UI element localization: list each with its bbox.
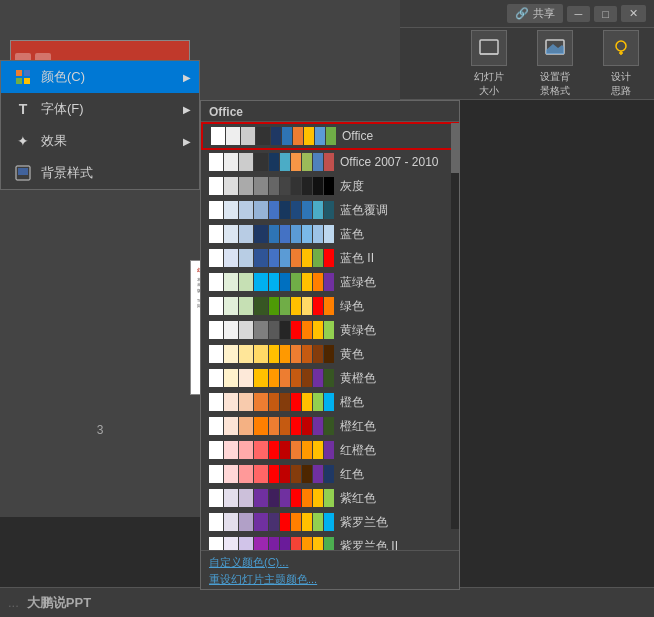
- theme-item-12[interactable]: 橙红色: [201, 414, 459, 438]
- swatch-12-6: [291, 417, 301, 435]
- swatch-4-1: [224, 225, 238, 243]
- swatch-14-6: [291, 465, 301, 483]
- theme-name-7: 绿色: [340, 298, 451, 315]
- color-swatches-1: [209, 153, 334, 171]
- theme-list[interactable]: OfficeOffice 2007 - 2010灰度蓝色覆调蓝色蓝色 II蓝绿色…: [201, 122, 459, 550]
- design-ideas-icon: [603, 30, 639, 66]
- theme-item-0[interactable]: Office: [201, 122, 459, 150]
- arrow-icon-effects: ▶: [183, 136, 191, 147]
- swatch-12-5: [280, 417, 290, 435]
- design-ideas-label: 设计 思路: [611, 70, 631, 98]
- swatch-13-0: [209, 441, 223, 459]
- theme-item-7[interactable]: 绿色: [201, 294, 459, 318]
- theme-item-6[interactable]: 蓝绿色: [201, 270, 459, 294]
- swatch-3-0: [209, 201, 223, 219]
- share-button[interactable]: 🔗 共享: [507, 4, 562, 23]
- minimize-button[interactable]: ─: [567, 6, 591, 22]
- design-ideas-button[interactable]: 设计 思路: [596, 30, 646, 98]
- slidesize-icon: [471, 30, 507, 66]
- swatch-9-6: [291, 345, 301, 363]
- color-swatches-11: [209, 393, 334, 411]
- theme-item-4[interactable]: 蓝色: [201, 222, 459, 246]
- color-swatches-8: [209, 321, 334, 339]
- color-dropdown: Office OfficeOffice 2007 - 2010灰度蓝色覆调蓝色蓝…: [200, 100, 460, 590]
- swatch-6-2: [239, 273, 253, 291]
- swatch-8-6: [291, 321, 301, 339]
- color-swatches-0: [211, 127, 336, 145]
- theme-item-16[interactable]: 紫罗兰色: [201, 510, 459, 534]
- swatch-9-4: [269, 345, 279, 363]
- swatch-1-6: [291, 153, 301, 171]
- theme-item-11[interactable]: 橙色: [201, 390, 459, 414]
- swatch-12-3: [254, 417, 268, 435]
- dropdown-title: Office: [201, 101, 459, 122]
- custom-color-button[interactable]: 自定义颜色(C)...: [209, 555, 451, 570]
- swatch-13-1: [224, 441, 238, 459]
- swatch-8-4: [269, 321, 279, 339]
- swatch-15-9: [324, 489, 334, 507]
- theme-item-2[interactable]: 灰度: [201, 174, 459, 198]
- swatch-5-3: [254, 249, 268, 267]
- maximize-button[interactable]: □: [594, 6, 617, 22]
- swatch-16-1: [224, 513, 238, 531]
- background-format-icon: [537, 30, 573, 66]
- theme-item-14[interactable]: 红色: [201, 462, 459, 486]
- swatch-17-9: [324, 537, 334, 550]
- swatch-11-9: [324, 393, 334, 411]
- theme-item-5[interactable]: 蓝色 II: [201, 246, 459, 270]
- swatch-8-0: [209, 321, 223, 339]
- swatch-17-4: [269, 537, 279, 550]
- swatch-11-8: [313, 393, 323, 411]
- swatch-11-6: [291, 393, 301, 411]
- swatch-3-3: [254, 201, 268, 219]
- swatch-15-8: [313, 489, 323, 507]
- swatch-10-5: [280, 369, 290, 387]
- reset-theme-button[interactable]: 重设幻灯片主题颜色...: [209, 572, 451, 587]
- swatch-5-5: [280, 249, 290, 267]
- slidesize-button[interactable]: 幻灯片 大小: [464, 30, 514, 98]
- theme-item-15[interactable]: 紫红色: [201, 486, 459, 510]
- close-button[interactable]: ✕: [621, 5, 646, 22]
- swatch-16-0: [209, 513, 223, 531]
- menu-item-effects[interactable]: ✦ 效果 ▶: [1, 125, 199, 157]
- scrollbar-thumb[interactable]: [451, 123, 459, 173]
- swatch-0-3: [256, 127, 270, 145]
- swatch-16-5: [280, 513, 290, 531]
- swatch-11-1: [224, 393, 238, 411]
- swatch-8-8: [313, 321, 323, 339]
- swatch-0-8: [315, 127, 325, 145]
- theme-name-10: 黄橙色: [340, 370, 451, 387]
- theme-item-8[interactable]: 黄绿色: [201, 318, 459, 342]
- swatch-2-5: [280, 177, 290, 195]
- arrow-icon: ▶: [183, 72, 191, 83]
- swatch-17-7: [302, 537, 312, 550]
- swatch-12-0: [209, 417, 223, 435]
- swatch-8-2: [239, 321, 253, 339]
- menu-item-font[interactable]: T 字体(F) ▶: [1, 93, 199, 125]
- color-swatches-2: [209, 177, 334, 195]
- swatch-6-4: [269, 273, 279, 291]
- theme-item-17[interactable]: 紫罗兰色 II: [201, 534, 459, 550]
- menu-item-background[interactable]: 背景样式: [1, 157, 199, 189]
- swatch-7-0: [209, 297, 223, 315]
- theme-item-9[interactable]: 黄色: [201, 342, 459, 366]
- swatch-13-6: [291, 441, 301, 459]
- swatch-7-9: [324, 297, 334, 315]
- swatch-7-2: [239, 297, 253, 315]
- swatch-14-4: [269, 465, 279, 483]
- color-swatches-5: [209, 249, 334, 267]
- swatch-6-1: [224, 273, 238, 291]
- theme-item-1[interactable]: Office 2007 - 2010: [201, 150, 459, 174]
- swatch-16-6: [291, 513, 301, 531]
- theme-item-10[interactable]: 黄橙色: [201, 366, 459, 390]
- swatch-14-2: [239, 465, 253, 483]
- menu-item-color[interactable]: 颜色(C) ▶: [1, 61, 199, 93]
- swatch-16-2: [239, 513, 253, 531]
- swatch-15-3: [254, 489, 268, 507]
- background-format-button[interactable]: 设置背 景格式: [530, 30, 580, 98]
- theme-item-3[interactable]: 蓝色覆调: [201, 198, 459, 222]
- swatch-6-3: [254, 273, 268, 291]
- theme-item-13[interactable]: 红橙色: [201, 438, 459, 462]
- swatch-13-4: [269, 441, 279, 459]
- swatch-7-5: [280, 297, 290, 315]
